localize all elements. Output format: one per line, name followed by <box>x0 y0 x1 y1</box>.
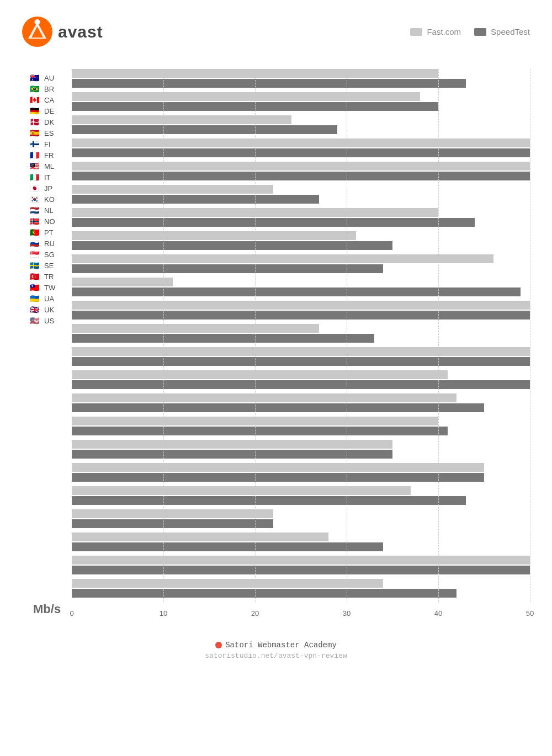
country-code-es: ES <box>44 129 56 137</box>
bar-speedtest-fill-it <box>72 288 521 296</box>
bar-group-ca <box>72 115 530 134</box>
flag-dk: 🇩🇰 <box>28 118 41 126</box>
country-code-ua: UA <box>44 295 56 303</box>
flag-us: 🇺🇸 <box>28 316 41 325</box>
bar-speedtest-tw <box>72 519 530 528</box>
flag-ca: 🇨🇦 <box>28 95 41 104</box>
bar-speedtest-fill-pt <box>72 403 484 412</box>
bar-speedtest-fill-ml <box>72 264 383 273</box>
bar-fastcom-ru <box>72 417 530 425</box>
svg-point-1 <box>35 19 40 25</box>
bar-group-sg <box>72 440 530 459</box>
y-labels: 🇦🇺AU🇧🇷BR🇨🇦CA🇩🇪DE🇩🇰DK🇪🇸ES🇫🇮FI🇫🇷FR🇲🇾ML🇮🇹IT… <box>28 69 72 602</box>
y-label-dk: 🇩🇰DK <box>28 118 72 126</box>
bar-group-es <box>72 185 530 204</box>
y-label-es: 🇪🇸ES <box>28 129 72 137</box>
country-code-us: US <box>44 317 56 325</box>
footer: Satori Webmaster Academy satoristudio.ne… <box>22 641 530 660</box>
y-label-se: 🇸🇪SE <box>28 261 72 270</box>
bar-speedtest-ru <box>72 427 530 435</box>
bar-speedtest-dk <box>72 172 530 180</box>
y-label-uk: 🇬🇧UK <box>28 305 72 314</box>
bar-group-se <box>72 463 530 482</box>
bar-fastcom-es <box>72 185 530 194</box>
country-code-ca: CA <box>44 96 56 104</box>
country-code-sg: SG <box>44 251 56 259</box>
flag-sg: 🇸🇬 <box>28 250 41 259</box>
bar-group-jp <box>72 301 530 320</box>
legend: Fast.com SpeedTest <box>410 27 530 36</box>
bar-fastcom-fill-se <box>72 463 484 472</box>
bar-fastcom-fill-sg <box>72 440 392 449</box>
legend-fastcom-swatch <box>410 28 422 36</box>
bar-fastcom-nl <box>72 347 530 356</box>
mbps-label: Mb/s <box>33 602 61 616</box>
logo: avast <box>22 17 103 47</box>
footer-brand-text: Satori Webmaster Academy <box>225 641 337 649</box>
y-label-br: 🇧🇷BR <box>28 84 72 93</box>
flag-ru: 🇷🇺 <box>28 239 41 248</box>
page: avast Fast.com SpeedTest 🇦🇺AU🇧🇷BR🇨🇦CA🇩🇪D… <box>0 0 552 682</box>
country-code-au: AU <box>44 74 56 82</box>
chart-body: 🇦🇺AU🇧🇷BR🇨🇦CA🇩🇪DE🇩🇰DK🇪🇸ES🇫🇮FI🇫🇷FR🇲🇾ML🇮🇹IT… <box>28 69 530 602</box>
y-label-ca: 🇨🇦CA <box>28 95 72 104</box>
bar-group-nl <box>72 347 530 366</box>
flag-es: 🇪🇸 <box>28 129 41 137</box>
bar-speedtest-us <box>72 589 530 598</box>
grid-line-40 <box>438 69 439 602</box>
bar-speedtest-pt <box>72 403 530 412</box>
bar-speedtest-fill-no <box>72 380 530 389</box>
x-tick-40: 40 <box>434 609 442 617</box>
flag-it: 🇮🇹 <box>28 173 41 182</box>
bar-speedtest-de <box>72 148 530 157</box>
bar-speedtest-fill-fr <box>72 241 392 250</box>
flag-tw: 🇹🇼 <box>28 283 41 292</box>
bar-fastcom-fill-fr <box>72 231 356 240</box>
bar-fastcom-fill-no <box>72 370 448 379</box>
bar-group-au <box>72 69 530 88</box>
y-label-no: 🇳🇴NO <box>28 217 72 226</box>
country-code-it: IT <box>44 173 56 182</box>
y-label-ru: 🇷🇺RU <box>28 239 72 248</box>
bar-fastcom-fill-pt <box>72 393 457 402</box>
flag-fi: 🇫🇮 <box>28 140 41 148</box>
bar-group-ml <box>72 254 530 273</box>
y-label-fi: 🇫🇮FI <box>28 140 72 148</box>
y-label-fr: 🇫🇷FR <box>28 151 72 159</box>
bar-speedtest-no <box>72 380 530 389</box>
bar-group-pt <box>72 393 530 412</box>
footer-url: satoristudio.net/avast-vpn-review <box>22 652 530 660</box>
country-code-fr: FR <box>44 151 56 159</box>
bar-fastcom-fill-tw <box>72 509 273 518</box>
legend-fastcom: Fast.com <box>410 27 461 36</box>
y-label-us: 🇺🇸US <box>28 316 72 325</box>
footer-dot-icon <box>215 642 222 648</box>
bar-speedtest-fi <box>72 218 530 227</box>
y-label-nl: 🇳🇱NL <box>28 206 72 215</box>
flag-ua: 🇺🇦 <box>28 294 41 303</box>
bar-speedtest-ml <box>72 264 530 273</box>
bar-fastcom-fill-ca <box>72 115 291 124</box>
country-code-pt: PT <box>44 228 56 237</box>
flag-fr: 🇫🇷 <box>28 151 41 159</box>
bar-speedtest-uk <box>72 566 530 574</box>
y-label-ko: 🇰🇷KO <box>28 195 72 204</box>
y-label-tr: 🇹🇷TR <box>28 272 72 281</box>
bar-group-br <box>72 92 530 111</box>
flag-br: 🇧🇷 <box>28 84 41 93</box>
bar-group-de <box>72 139 530 157</box>
flag-se: 🇸🇪 <box>28 261 41 270</box>
country-code-fi: FI <box>44 140 56 148</box>
x-tick-50: 50 <box>526 609 534 617</box>
bar-fastcom-ml <box>72 254 530 263</box>
bar-fastcom-sg <box>72 440 530 449</box>
bar-group-fi <box>72 208 530 227</box>
legend-speedtest: SpeedTest <box>474 27 530 36</box>
flag-ko: 🇰🇷 <box>28 195 41 204</box>
y-label-it: 🇮🇹IT <box>28 173 72 182</box>
bar-group-it <box>72 278 530 296</box>
legend-speedtest-label: SpeedTest <box>491 27 530 36</box>
x-tick-20: 20 <box>251 609 259 617</box>
bar-speedtest-fill-fi <box>72 218 475 227</box>
country-code-se: SE <box>44 262 56 270</box>
